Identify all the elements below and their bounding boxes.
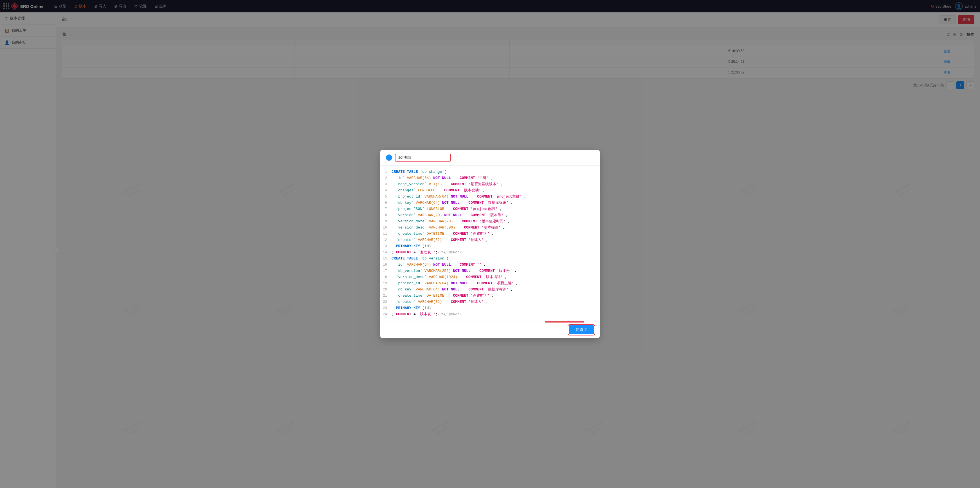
sql-line-16: 16 `id` VARCHAR(64) NOT NULL COMMENT '' … — [380, 262, 600, 268]
sql-line-7: 7 `projectJSON` LONGBLOB COMMENT 'projec… — [380, 206, 600, 212]
info-icon: i — [386, 155, 392, 161]
modal-title-input[interactable] — [395, 154, 451, 161]
sql-line-24: 24 ) COMMENT = '版本表 ';/*SQL@Run*/ — [380, 311, 600, 318]
sql-line-3: 3 `base_version` BIT(1) COMMENT '是否为基线版本… — [380, 182, 600, 188]
sql-line-15: 15 CREATE TABLE `db_version`( — [380, 256, 600, 262]
sql-line-4: 4 `changes` LONGBLOB COMMENT '版本变动' , — [380, 188, 600, 194]
sql-line-22: 22 `creator` VARCHAR(32) COMMENT '创建人' , — [380, 299, 600, 305]
sql-line-2: 2 `id` VARCHAR(64) NOT NULL COMMENT '主键'… — [380, 175, 600, 182]
sql-line-14: 14 ) COMMENT = '变动表 ';/*SQL@Run*/ — [380, 250, 600, 256]
modal-overlay: i 1 CREATE TABLE `db_change`( 2 `id` VAR… — [0, 0, 980, 488]
sql-line-9: 9 `version_date` VARCHAR(20) COMMENT '版本… — [380, 218, 600, 225]
sql-line-20: 20 `db_key` VARCHAR(64) NOT NULL COMMENT… — [380, 287, 600, 293]
modal-body[interactable]: 1 CREATE TABLE `db_change`( 2 `id` VARCH… — [380, 166, 600, 321]
sql-line-5: 5 `project_id` VARCHAR(64) NOT NULL COMM… — [380, 194, 600, 200]
sql-line-6: 6 `db_key` VARCHAR(64) NOT NULL COMMENT … — [380, 200, 600, 206]
sql-line-12: 12 `creator` VARCHAR(32) COMMENT '创建人' , — [380, 237, 600, 244]
sql-line-8: 8 `version` VARCHAR(20) NOT NULL COMMENT… — [380, 212, 600, 218]
sql-line-17: 17 `db_version` VARCHAR(256) NOT NULL CO… — [380, 268, 600, 274]
sql-line-18: 18 `version_desc` VARCHAR(1024) COMMENT … — [380, 274, 600, 281]
sql-line-1: 1 CREATE TABLE `db_change`( — [380, 169, 600, 175]
sql-line-10: 10 `version_desc` VARCHAR(500) COMMENT '… — [380, 225, 600, 231]
sql-line-11: 11 `create_time` DATETIME COMMENT '创建时间'… — [380, 231, 600, 237]
sql-line-21: 21 `create_time` DATETIME COMMENT '创建时间'… — [380, 293, 600, 299]
sql-line-23: 23 PRIMARY KEY (id) — [380, 305, 600, 311]
sql-detail-modal: i 1 CREATE TABLE `db_change`( 2 `id` VAR… — [380, 150, 600, 338]
sql-line-13: 13 PRIMARY KEY (id) — [380, 244, 600, 250]
modal-header: i — [380, 150, 600, 166]
confirm-button[interactable]: 知道了 — [569, 325, 594, 334]
sql-line-19: 19 `project_id` VARCHAR(64) NOT NULL COM… — [380, 281, 600, 287]
modal-footer: 知道了 — [380, 321, 600, 338]
sql-editor: 1 CREATE TABLE `db_change`( 2 `id` VARCH… — [380, 166, 600, 321]
